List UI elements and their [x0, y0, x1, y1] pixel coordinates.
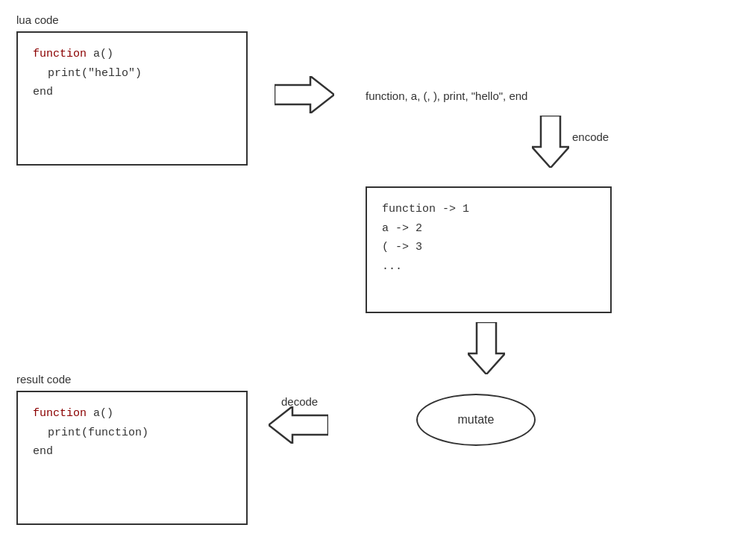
- arrow-left-icon: [269, 406, 328, 444]
- svg-marker-2: [468, 322, 505, 374]
- encode-line-2: a -> 2: [382, 219, 595, 239]
- keyword-function-2: function: [33, 407, 87, 420]
- svg-marker-0: [275, 76, 334, 113]
- encode-box: function -> 1 a -> 2 ( -> 3 ...: [366, 186, 612, 313]
- keyword-function-1: function: [33, 48, 87, 60]
- tokens-text: function, a, (, ), print, "hello", end: [366, 89, 527, 102]
- result-code-label: result code: [16, 373, 71, 386]
- result-line-3: end: [33, 442, 231, 462]
- lua-code-content: function a() print("hello") end: [18, 33, 246, 114]
- arrow-down-1-icon: [532, 116, 569, 168]
- mutate-label: mutate: [458, 413, 495, 427]
- lua-line-1: function a(): [33, 45, 231, 64]
- decode-label: decode: [281, 395, 318, 408]
- lua-line-1-rest: a(): [87, 48, 113, 60]
- diagram-container: lua code function a() print("hello") end…: [0, 0, 743, 560]
- lua-line-3: end: [33, 83, 231, 102]
- result-line-1: function a(): [33, 404, 231, 424]
- encode-line-3: ( -> 3: [382, 238, 595, 257]
- lua-code-label: lua code: [16, 13, 59, 26]
- mutate-ellipse: mutate: [416, 394, 536, 446]
- result-line-1-rest: a(): [87, 407, 113, 420]
- lua-code-box: function a() print("hello") end: [16, 31, 248, 166]
- svg-marker-3: [269, 406, 328, 444]
- arrow-right-icon: [275, 76, 334, 113]
- svg-marker-1: [532, 116, 569, 168]
- result-code-content: function a() print(function) end: [18, 392, 246, 474]
- encode-line-4: ...: [382, 257, 595, 277]
- lua-line-2: print("hello"): [33, 64, 231, 84]
- encode-label: encode: [572, 130, 609, 143]
- result-line-2: print(function): [33, 424, 231, 443]
- arrow-down-2-icon: [468, 322, 505, 374]
- result-code-box: function a() print(function) end: [16, 391, 248, 525]
- encode-line-1: function -> 1: [382, 200, 595, 219]
- encode-box-content: function -> 1 a -> 2 ( -> 3 ...: [367, 188, 610, 288]
